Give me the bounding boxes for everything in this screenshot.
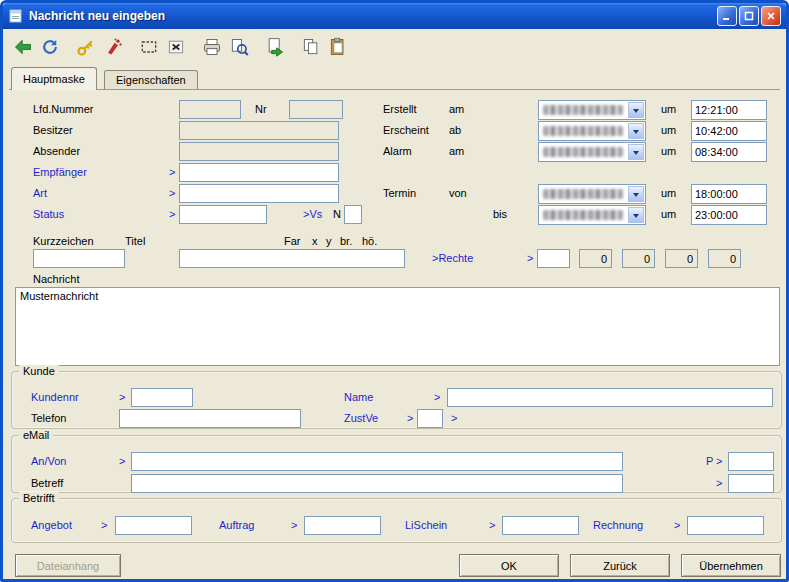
combo-arrow-button[interactable] [628, 123, 644, 139]
toolbar-separator [288, 34, 297, 60]
erstellt-am-label: am [449, 103, 464, 115]
angebot-chevron[interactable]: > [101, 519, 107, 531]
print-button[interactable] [198, 34, 225, 61]
telefon-input[interactable] [119, 409, 301, 428]
termin-von-time-input[interactable] [691, 184, 767, 204]
lischein-chevron[interactable]: > [489, 519, 495, 531]
zustve-chevron-2[interactable]: > [451, 412, 457, 424]
um-label: um [661, 187, 676, 199]
empfaenger-input[interactable] [179, 163, 339, 182]
betreff-extra-input[interactable] [728, 474, 774, 493]
status-input[interactable] [179, 205, 267, 224]
lischein-label[interactable]: LiSchein [405, 519, 447, 531]
erstellt-time-input[interactable] [691, 100, 767, 120]
kundennr-chevron[interactable]: > [119, 391, 125, 403]
termin-von-date-combo[interactable] [538, 184, 646, 204]
alarm-date-combo[interactable] [538, 142, 646, 162]
rechnung-chevron[interactable]: > [674, 519, 680, 531]
refresh-icon [40, 37, 60, 57]
angebot-input[interactable] [115, 516, 192, 535]
nachricht-textarea[interactable]: Musternachricht [15, 287, 780, 366]
paste-button[interactable] [324, 34, 351, 61]
kundennr-label[interactable]: Kundennr [31, 391, 79, 403]
refresh-button[interactable] [36, 34, 63, 61]
rechte-chevron[interactable]: > [527, 252, 533, 264]
an-von-input[interactable] [131, 452, 623, 471]
erscheint-date-combo[interactable] [538, 121, 646, 141]
lischein-input[interactable] [502, 516, 579, 535]
ok-button[interactable]: OK [459, 554, 559, 577]
erscheint-ab-label: ab [449, 124, 461, 136]
telefon-label: Telefon [31, 412, 66, 424]
maximize-button[interactable] [739, 6, 759, 26]
name-chevron[interactable]: > [434, 391, 440, 403]
besitzer-label: Besitzer [33, 124, 73, 136]
status-label[interactable]: Status [33, 208, 64, 220]
combo-arrow-button[interactable] [628, 207, 644, 223]
betreff-chevron[interactable]: > [716, 477, 722, 489]
toolbar-separator [252, 34, 261, 60]
auftrag-label[interactable]: Auftrag [219, 519, 254, 531]
key-button[interactable] [72, 34, 99, 61]
art-chevron[interactable]: > [169, 187, 175, 199]
zustve-chevron[interactable]: > [407, 412, 413, 424]
minimize-button[interactable] [717, 6, 737, 26]
tab-hauptmaske[interactable]: Hauptmaske [11, 67, 97, 90]
cancel-button[interactable] [162, 34, 189, 61]
titel-input[interactable] [179, 249, 405, 268]
termin-bis-time-input[interactable] [691, 205, 767, 225]
kunde-legend: Kunde [19, 365, 59, 377]
back-button[interactable] [9, 34, 36, 61]
zustve-label[interactable]: ZustVe [344, 412, 378, 424]
copy-button[interactable] [297, 34, 324, 61]
termin-bis-date-combo[interactable] [538, 205, 646, 225]
rechte-input[interactable] [537, 249, 570, 268]
export-button[interactable] [261, 34, 288, 61]
combo-arrow-button[interactable] [628, 144, 644, 160]
combo-arrow-button[interactable] [628, 186, 644, 202]
kurzzeichen-input[interactable] [33, 249, 125, 268]
erstellt-date-combo[interactable] [538, 100, 646, 120]
n-input[interactable] [344, 205, 362, 224]
art-label[interactable]: Art [33, 187, 47, 199]
combo-arrow-button[interactable] [628, 102, 644, 118]
close-button[interactable] [761, 6, 781, 26]
vs-label[interactable]: >Vs [303, 208, 322, 220]
email-legend: eMail [19, 429, 53, 441]
um-label: um [661, 124, 676, 136]
p-label[interactable]: P [706, 455, 713, 467]
auftrag-input[interactable] [304, 516, 381, 535]
tab-eigenschaften[interactable]: Eigenschaften [104, 70, 198, 90]
spray-button[interactable] [99, 34, 126, 61]
alarm-time-input[interactable] [691, 142, 767, 162]
rechnung-input[interactable] [687, 516, 764, 535]
name-label[interactable]: Name [344, 391, 373, 403]
paste-icon [328, 37, 348, 57]
titlebar[interactable]: Nachricht neu eingeben [3, 3, 786, 29]
empfaenger-chevron[interactable]: > [169, 166, 175, 178]
zustve-input[interactable] [417, 409, 443, 428]
rechte-label[interactable]: >Rechte [432, 252, 473, 264]
print-icon [202, 37, 222, 57]
p-chevron[interactable]: > [716, 455, 722, 467]
betreff-input[interactable] [131, 474, 623, 493]
name-input[interactable] [447, 388, 773, 407]
print-preview-button[interactable] [225, 34, 252, 61]
an-von-label[interactable]: An/Von [31, 455, 66, 467]
copy-icon [301, 37, 321, 57]
zurueck-button[interactable]: Zurück [570, 554, 670, 577]
status-chevron[interactable]: > [169, 208, 175, 220]
auftrag-chevron[interactable]: > [291, 519, 297, 531]
uebernehmen-button[interactable]: Übernehmen [681, 554, 781, 577]
selection-button[interactable] [135, 34, 162, 61]
art-input[interactable] [179, 184, 339, 203]
nachricht-label: Nachricht [33, 273, 79, 285]
kundennr-input[interactable] [131, 388, 193, 407]
angebot-label[interactable]: Angebot [31, 519, 72, 531]
erscheint-time-input[interactable] [691, 121, 767, 141]
an-von-chevron[interactable]: > [119, 455, 125, 467]
back-icon [13, 37, 33, 57]
rechnung-label[interactable]: Rechnung [593, 519, 643, 531]
empfaenger-label[interactable]: Empfänger [33, 166, 87, 178]
p-input[interactable] [728, 452, 774, 471]
